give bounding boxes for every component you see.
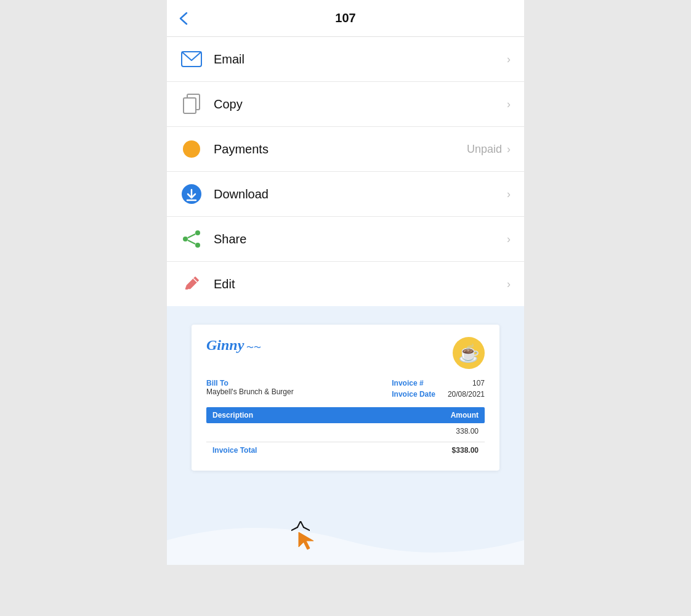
menu-list: Email › Copy › Payments Unpaid › <box>167 37 524 306</box>
email-icon <box>180 48 203 70</box>
menu-item-payments[interactable]: Payments Unpaid › <box>167 127 524 172</box>
svg-point-8 <box>195 243 200 248</box>
share-label: Share <box>214 232 507 246</box>
copy-icon <box>180 93 203 115</box>
invoice-table-header: Description Amount <box>206 407 485 423</box>
row-amount: 338.00 <box>456 427 479 436</box>
table-description-header: Description <box>212 411 253 419</box>
payments-status: Unpaid <box>467 143 502 156</box>
total-label: Invoice Total <box>212 446 257 455</box>
email-chevron: › <box>507 53 511 66</box>
share-icon <box>180 228 203 250</box>
svg-line-10 <box>188 240 195 244</box>
invoice-paper: Ginny 〜〜 ☕ Bill To Maybell's Brunch & Bu… <box>192 325 499 471</box>
copy-chevron: › <box>507 98 511 111</box>
back-button[interactable] <box>179 12 188 25</box>
edit-chevron: › <box>507 278 511 291</box>
menu-item-email[interactable]: Email › <box>167 37 524 82</box>
svg-point-6 <box>195 230 200 235</box>
share-chevron: › <box>507 233 511 246</box>
invoice-number-title: 107 <box>335 11 355 25</box>
invoice-table-row: 338.00 <box>206 423 485 439</box>
invoice-logo: ☕ <box>453 337 485 369</box>
invoice-date-label: Invoice Date <box>392 390 435 399</box>
invoice-wave-decoration <box>167 516 524 565</box>
invoice-number-label: Invoice # <box>392 379 423 387</box>
edit-icon <box>180 273 203 295</box>
invoice-header-row: Ginny 〜〜 ☕ <box>206 337 485 369</box>
payments-chevron: › <box>507 143 511 156</box>
invoice-total-row: Invoice Total $338.00 <box>206 442 485 458</box>
table-amount-header: Amount <box>451 411 479 419</box>
bill-to-value: Maybell's Brunch & Burger <box>206 387 294 396</box>
menu-item-edit[interactable]: Edit › <box>167 262 524 306</box>
edit-label: Edit <box>214 277 507 291</box>
invoice-meta-row: Bill To Maybell's Brunch & Burger Invoic… <box>206 379 485 405</box>
copy-label: Copy <box>214 97 507 111</box>
download-chevron: › <box>507 188 511 201</box>
svg-rect-2 <box>184 98 196 113</box>
download-label: Download <box>214 187 507 201</box>
payments-label: Payments <box>214 142 467 156</box>
invoice-number-value: 107 <box>472 379 485 387</box>
phone-container: 107 Email › Copy › <box>167 0 524 565</box>
invoice-preview: Ginny 〜〜 ☕ Bill To Maybell's Brunch & Bu… <box>167 306 524 565</box>
total-value: $338.00 <box>452 446 479 455</box>
menu-item-download[interactable]: Download › <box>167 172 524 217</box>
menu-item-copy[interactable]: Copy › <box>167 82 524 127</box>
invoice-brand: Ginny 〜〜 <box>206 337 261 354</box>
menu-item-share[interactable]: Share › <box>167 217 524 262</box>
svg-point-7 <box>183 237 188 241</box>
payments-icon <box>180 138 203 160</box>
email-label: Email <box>214 52 507 67</box>
header: 107 <box>167 0 524 37</box>
svg-line-9 <box>188 234 195 238</box>
download-icon <box>180 183 203 205</box>
bill-to-label: Bill To <box>206 379 294 387</box>
invoice-date-value: 20/08/2021 <box>448 390 485 399</box>
